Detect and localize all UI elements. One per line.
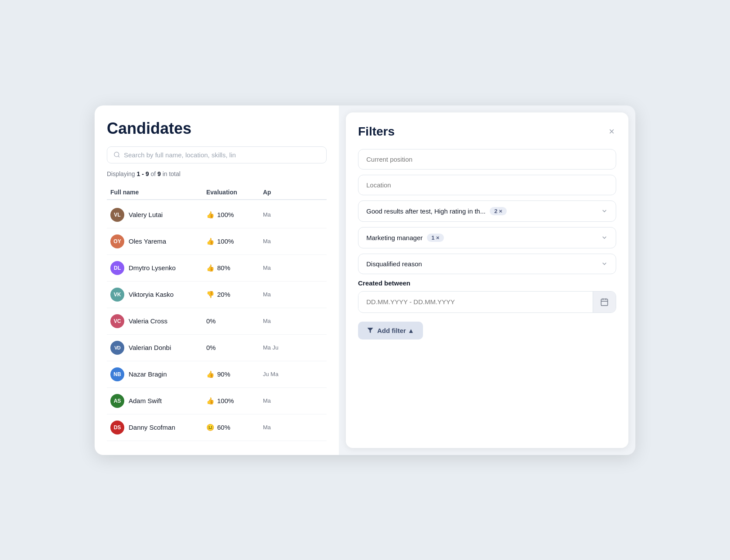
evaluation-cell: 👍100% (206, 397, 263, 405)
table-row[interactable]: VDValerian Donbi0%Ma Ju (107, 335, 327, 361)
evaluation-cell: 👍80% (206, 264, 263, 272)
search-icon (113, 151, 120, 158)
table-row[interactable]: VLValery Lutai👍100%Ma (107, 202, 327, 228)
filter-icon (367, 327, 374, 334)
created-between-label: Created between (358, 279, 616, 287)
candidate-name-text: Oles Yarema (129, 238, 166, 245)
candidate-name-text: Adam Swift (129, 397, 162, 404)
location-input[interactable] (358, 175, 616, 195)
evaluation-emoji: 👍 (206, 370, 215, 378)
dropdown1-text: Good results after test, High rating in … (366, 207, 485, 215)
table-row[interactable]: DSDanny Scofman😐60%Ma (107, 414, 327, 441)
evaluation-cell: 0% (206, 317, 263, 325)
applied-cell: Ma (263, 397, 323, 404)
evaluation-emoji: 👍 (206, 238, 215, 245)
evaluation-text: 0% (206, 317, 216, 325)
candidates-list: VLValery Lutai👍100%MaOYOles Yarema👍100%M… (107, 202, 327, 441)
chevron-down-icon (601, 234, 608, 241)
svg-point-0 (114, 152, 119, 157)
col-fullname: Full name (110, 189, 206, 196)
evaluation-cell: 👍100% (206, 211, 263, 219)
candidate-name-text: Dmytro Lysenko (129, 264, 176, 272)
displaying-info: Displaying 1 - 9 of 9 in total (107, 170, 327, 177)
add-filter-label: Add filter ▲ (377, 327, 414, 334)
calendar-button[interactable] (593, 292, 616, 312)
dropdown2-text: Marketing manager (366, 234, 423, 241)
table-row[interactable]: DLDmytro Lysenko👍80%Ma (107, 255, 327, 282)
disqualified-reason-dropdown[interactable]: Disqualified reason (358, 254, 616, 274)
evaluation-text: 90% (217, 370, 230, 378)
chevron-down-icon (601, 260, 608, 267)
evaluation-cell: 0% (206, 344, 263, 351)
svg-marker-6 (367, 328, 373, 333)
candidate-name: DSDanny Scofman (110, 421, 206, 434)
candidate-name: OYOles Yarema (110, 234, 206, 248)
current-position-input[interactable] (358, 149, 616, 170)
table-row[interactable]: VKViktoryia Kasko👎20%Ma (107, 282, 327, 308)
candidate-name-text: Valerian Donbi (129, 344, 171, 351)
evaluation-text: 100% (217, 397, 234, 404)
avatar: AS (110, 394, 124, 408)
filters-header: Filters × (358, 125, 616, 139)
candidate-name: ASAdam Swift (110, 394, 206, 408)
good-results-dropdown[interactable]: Good results after test, High rating in … (358, 200, 616, 222)
evaluation-text: 60% (217, 424, 230, 431)
applied-cell: Ma (263, 318, 323, 324)
evaluation-cell: 👍100% (206, 238, 263, 245)
evaluation-text: 0% (206, 344, 216, 351)
evaluation-emoji: 👎 (206, 291, 215, 299)
candidate-name: VCValeria Cross (110, 314, 206, 328)
evaluation-text: 20% (217, 291, 230, 298)
filters-panel: Filters × Good results after test, High … (346, 112, 628, 448)
evaluation-emoji: 👍 (206, 211, 215, 219)
candidate-name: VKViktoryia Kasko (110, 288, 206, 302)
avatar: VL (110, 208, 124, 222)
evaluation-cell: 😐60% (206, 424, 263, 431)
avatar: DS (110, 421, 124, 434)
col-evaluation: Evaluation (206, 189, 263, 196)
dropdown2-badge: 1 × (427, 234, 443, 242)
table-row[interactable]: VCValeria Cross0%Ma (107, 308, 327, 335)
avatar: DL (110, 261, 124, 275)
table-header: Full name Evaluation Ap (107, 185, 327, 200)
evaluation-cell: 👍90% (206, 370, 263, 378)
table-row[interactable]: NBNazar Bragin👍90%Ju Ma (107, 361, 327, 388)
candidate-name: NBNazar Bragin (110, 367, 206, 381)
evaluation-emoji: 😐 (206, 424, 215, 431)
candidate-name-text: Danny Scofman (129, 424, 175, 431)
candidate-name-text: Nazar Bragin (129, 370, 167, 378)
applied-cell: Ma (263, 424, 323, 431)
calendar-icon (600, 298, 609, 306)
applied-cell: Ju Ma (263, 371, 323, 377)
table-row[interactable]: ASAdam Swift👍100%Ma (107, 388, 327, 414)
applied-cell: Ma (263, 265, 323, 271)
date-input-wrapper (358, 291, 616, 313)
evaluation-text: 100% (217, 211, 234, 218)
chevron-down-icon (601, 207, 608, 214)
col-applied: Ap (263, 189, 327, 196)
marketing-manager-dropdown[interactable]: Marketing manager 1 × (358, 227, 616, 248)
evaluation-text: 80% (217, 264, 230, 272)
candidate-name: VLValery Lutai (110, 208, 206, 222)
close-button[interactable]: × (607, 125, 616, 138)
table-row[interactable]: OYOles Yarema👍100%Ma (107, 228, 327, 255)
evaluation-emoji: 👍 (206, 264, 215, 272)
add-filter-button[interactable]: Add filter ▲ (358, 322, 423, 339)
search-bar[interactable]: Search by full name, location, skills, l… (107, 146, 327, 163)
evaluation-emoji: 👍 (206, 397, 215, 405)
filters-title: Filters (358, 125, 395, 139)
svg-rect-2 (601, 299, 608, 305)
date-range-input[interactable] (358, 292, 593, 312)
applied-cell: Ma (263, 238, 323, 244)
candidates-panel: Candidates Search by full name, location… (95, 105, 339, 455)
candidate-name-text: Viktoryia Kasko (129, 291, 174, 298)
candidate-name: DLDmytro Lysenko (110, 261, 206, 275)
avatar: VK (110, 288, 124, 302)
svg-line-1 (118, 156, 119, 157)
candidates-title: Candidates (107, 119, 327, 138)
applied-cell: Ma (263, 291, 323, 298)
candidate-name: VDValerian Donbi (110, 341, 206, 355)
candidate-name-text: Valeria Cross (129, 317, 167, 325)
applied-cell: Ma Ju (263, 344, 323, 351)
avatar: VC (110, 314, 124, 328)
